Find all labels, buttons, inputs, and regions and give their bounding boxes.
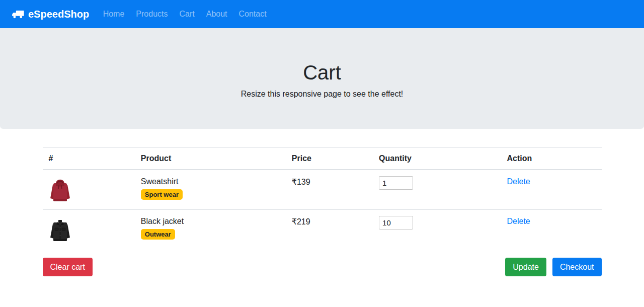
table-header-row: # Product Price Quantity Action bbox=[43, 148, 602, 170]
clear-cart-button[interactable]: Clear cart bbox=[43, 258, 93, 276]
nav-item-contact[interactable]: Contact bbox=[235, 6, 271, 23]
category-badge: Sport wear bbox=[141, 189, 183, 200]
cart-table: # Product Price Quantity Action bbox=[43, 147, 602, 249]
quantity-input[interactable] bbox=[379, 216, 413, 229]
category-badge: Outwear bbox=[141, 229, 175, 240]
brand-label: eSpeedShop bbox=[28, 9, 89, 20]
delete-link[interactable]: Delete bbox=[507, 176, 530, 186]
header-number: # bbox=[43, 148, 135, 170]
page-title: Cart bbox=[16, 60, 628, 85]
page-subtitle: Resize this responsive page to see the e… bbox=[16, 90, 628, 99]
delete-link[interactable]: Delete bbox=[507, 216, 530, 226]
actions-right-group: Update Checkout bbox=[505, 258, 601, 276]
cart-section: # Product Price Quantity Action bbox=[43, 147, 602, 276]
nav-item-about[interactable]: About bbox=[202, 6, 231, 23]
truck-icon bbox=[12, 10, 24, 19]
table-row: Sweatshirt Sport wear ₹139 Delete bbox=[43, 170, 602, 210]
sweatshirt-image bbox=[49, 176, 129, 203]
jacket-image bbox=[49, 216, 129, 243]
hero-banner: Cart Resize this responsive page to see … bbox=[0, 28, 644, 129]
product-name: Sweatshirt bbox=[141, 177, 280, 186]
header-product: Product bbox=[135, 148, 286, 170]
nav-item-cart[interactable]: Cart bbox=[175, 6, 198, 23]
nav-item-products[interactable]: Products bbox=[132, 6, 172, 23]
header-price: Price bbox=[286, 148, 373, 170]
nav-links: Home Products Cart About Contact bbox=[97, 6, 272, 23]
product-price: ₹219 bbox=[286, 210, 373, 250]
navbar: eSpeedShop Home Products Cart About Cont… bbox=[0, 0, 644, 28]
table-row: Black jacket Outwear ₹219 Delete bbox=[43, 210, 602, 250]
update-button[interactable]: Update bbox=[505, 258, 546, 276]
nav-item-home[interactable]: Home bbox=[99, 6, 129, 23]
product-price: ₹139 bbox=[286, 170, 373, 210]
quantity-input[interactable] bbox=[379, 176, 413, 190]
brand[interactable]: eSpeedShop bbox=[12, 9, 89, 20]
checkout-button[interactable]: Checkout bbox=[552, 258, 602, 276]
cart-actions: Clear cart Update Checkout bbox=[43, 258, 602, 276]
header-action: Action bbox=[501, 148, 602, 170]
header-quantity: Quantity bbox=[373, 148, 501, 170]
product-name: Black jacket bbox=[141, 217, 280, 226]
